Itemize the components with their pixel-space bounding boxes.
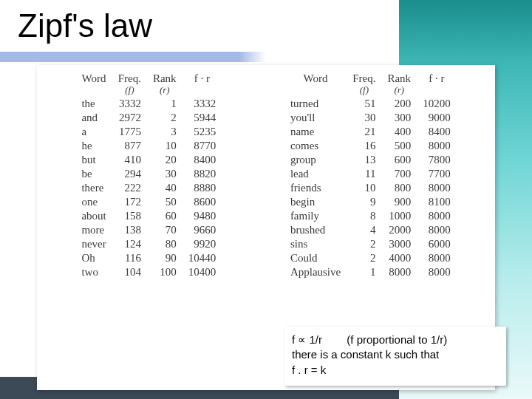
table-row: Could240008000 bbox=[284, 251, 457, 265]
cell-word: lead bbox=[284, 167, 347, 181]
col-fr: f · r bbox=[417, 72, 457, 97]
cell-word: name bbox=[284, 125, 347, 139]
cell-rank: 1 bbox=[147, 97, 183, 111]
col-rank: Rank(r) bbox=[147, 72, 183, 97]
col-freq: Freq.(f) bbox=[112, 72, 147, 97]
table-row: he877108770 bbox=[75, 139, 222, 153]
cell-rank: 900 bbox=[381, 195, 417, 209]
cell-freq: 124 bbox=[112, 237, 147, 251]
table-row: there222408880 bbox=[75, 181, 222, 195]
table-row: begin99008100 bbox=[284, 195, 457, 209]
cell-word: group bbox=[284, 153, 347, 167]
cell-freq: 104 bbox=[112, 265, 147, 279]
slide-title: Zipf's law bbox=[18, 7, 152, 44]
cell-freq: 116 bbox=[112, 251, 147, 265]
table-row: be294308820 bbox=[75, 167, 222, 181]
cell-fr: 8000 bbox=[417, 139, 457, 153]
cell-rank: 2000 bbox=[381, 223, 417, 237]
cell-freq: 10 bbox=[347, 181, 381, 195]
table-row: about158609480 bbox=[75, 209, 222, 223]
formula-line-3: f . r = k bbox=[292, 363, 499, 378]
table-row: and297225944 bbox=[75, 111, 222, 125]
cell-rank: 30 bbox=[147, 167, 183, 181]
cell-word: begin bbox=[284, 195, 347, 209]
cell-fr: 8000 bbox=[417, 209, 457, 223]
cell-freq: 410 bbox=[112, 153, 147, 167]
cell-rank: 500 bbox=[381, 139, 417, 153]
cell-fr: 8000 bbox=[417, 223, 457, 237]
cell-freq: 158 bbox=[112, 209, 147, 223]
table-row: group136007800 bbox=[284, 153, 457, 167]
cell-rank: 50 bbox=[147, 195, 183, 209]
cell-word: about bbox=[75, 209, 112, 223]
cell-word: family bbox=[284, 209, 347, 223]
cell-word: sins bbox=[284, 237, 347, 251]
cell-freq: 877 bbox=[112, 139, 147, 153]
cell-word: but bbox=[75, 153, 112, 167]
table-row: turned5120010200 bbox=[284, 97, 457, 111]
cell-rank: 2 bbox=[147, 111, 183, 125]
zipf-table-left: Word Freq.(f) Rank(r) f · r the333213332… bbox=[75, 72, 222, 279]
cell-freq: 30 bbox=[347, 111, 381, 125]
table-row: sins230006000 bbox=[284, 237, 457, 251]
cell-fr: 8770 bbox=[183, 139, 222, 153]
cell-freq: 8 bbox=[347, 209, 381, 223]
col-word: Word bbox=[284, 72, 347, 97]
formula-line-2: there is a constant k such that bbox=[292, 347, 499, 362]
cell-word: brushed bbox=[284, 223, 347, 237]
cell-freq: 2972 bbox=[112, 111, 147, 125]
table-row: more138709660 bbox=[75, 223, 222, 237]
cell-fr: 9660 bbox=[183, 223, 222, 237]
cell-rank: 800 bbox=[381, 181, 417, 195]
cell-word: and bbox=[75, 111, 112, 125]
cell-rank: 3000 bbox=[381, 237, 417, 251]
cell-word: Oh bbox=[75, 251, 112, 265]
col-freq: Freq.(f) bbox=[347, 72, 381, 97]
cell-rank: 70 bbox=[147, 223, 183, 237]
cell-word: there bbox=[75, 181, 112, 195]
cell-fr: 10440 bbox=[183, 251, 222, 265]
formula-box: f ∝ 1/r (f proportional to 1/r) there is… bbox=[284, 327, 506, 386]
cell-freq: 2 bbox=[347, 251, 381, 265]
cell-word: a bbox=[75, 125, 112, 139]
cell-rank: 10 bbox=[147, 139, 183, 153]
cell-freq: 138 bbox=[112, 223, 147, 237]
table-row: you'll303009000 bbox=[284, 111, 457, 125]
cell-freq: 1 bbox=[347, 265, 381, 279]
cell-freq: 11 bbox=[347, 167, 381, 181]
cell-fr: 7700 bbox=[417, 167, 457, 181]
col-rank: Rank(r) bbox=[381, 72, 417, 97]
cell-fr: 9480 bbox=[183, 209, 222, 223]
cell-freq: 51 bbox=[347, 97, 381, 111]
cell-fr: 9920 bbox=[183, 237, 222, 251]
cell-word: he bbox=[75, 139, 112, 153]
cell-word: more bbox=[75, 223, 112, 237]
cell-rank: 8000 bbox=[381, 265, 417, 279]
table-row: brushed420008000 bbox=[284, 223, 457, 237]
cell-rank: 40 bbox=[147, 181, 183, 195]
table-row: Oh1169010440 bbox=[75, 251, 222, 265]
cell-fr: 6000 bbox=[417, 237, 457, 251]
cell-word: be bbox=[75, 167, 112, 181]
cell-fr: 8880 bbox=[183, 181, 222, 195]
cell-fr: 10400 bbox=[183, 265, 222, 279]
cell-word: Applausive bbox=[284, 265, 347, 279]
cell-fr: 5944 bbox=[183, 111, 222, 125]
cell-fr: 9000 bbox=[417, 111, 457, 125]
cell-rank: 700 bbox=[381, 167, 417, 181]
cell-fr: 3332 bbox=[183, 97, 222, 111]
cell-rank: 400 bbox=[381, 125, 417, 139]
cell-rank: 90 bbox=[147, 251, 183, 265]
cell-freq: 2 bbox=[347, 237, 381, 251]
table-row: Applausive180008000 bbox=[284, 265, 457, 279]
cell-rank: 4000 bbox=[381, 251, 417, 265]
table-row: friends108008000 bbox=[284, 181, 457, 195]
cell-fr: 8100 bbox=[417, 195, 457, 209]
cell-freq: 16 bbox=[347, 139, 381, 153]
cell-fr: 10200 bbox=[417, 97, 457, 111]
cell-freq: 13 bbox=[347, 153, 381, 167]
cell-rank: 3 bbox=[147, 125, 183, 139]
cell-fr: 8000 bbox=[417, 181, 457, 195]
cell-rank: 200 bbox=[381, 97, 417, 111]
table-row: name214008400 bbox=[284, 125, 457, 139]
